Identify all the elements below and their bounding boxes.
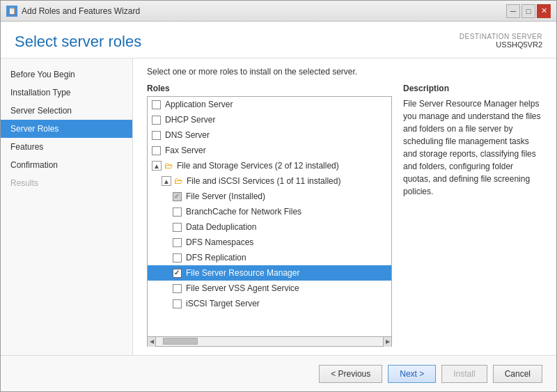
roles-panel: Roles Application Server DHCP Server: [147, 84, 392, 347]
role-label-dfs-replication: DFS Replication: [186, 253, 246, 262]
next-button[interactable]: Next >: [388, 365, 436, 383]
page-title: Select server roles: [15, 33, 141, 51]
folder-icon-file-iscsi: 🗁: [173, 175, 184, 187]
checkbox-fsrm[interactable]: ✓: [173, 269, 182, 278]
role-item-data-dedup[interactable]: Data Deduplication: [148, 219, 391, 235]
role-label-file-storage: File and Storage Services (2 of 12 insta…: [177, 161, 339, 171]
main-layout: Before You Begin Installation Type Serve…: [1, 58, 556, 355]
checkbox-dfs-namespaces[interactable]: [173, 238, 182, 247]
role-label-file-iscsi: File and iSCSI Services (1 of 11 install…: [187, 176, 340, 186]
title-bar: 📋 Add Roles and Features Wizard ─ □ ✕: [1, 1, 556, 22]
checkbox-data-dedup[interactable]: [173, 223, 182, 232]
checkbox-file-server[interactable]: [173, 192, 182, 201]
previous-button[interactable]: < Previous: [319, 365, 382, 383]
scroll-right-button[interactable]: ▶: [383, 337, 391, 347]
role-item-fax-server[interactable]: Fax Server: [148, 143, 391, 158]
role-label-fsvss: File Server VSS Agent Service: [186, 283, 299, 293]
role-item-fsrm[interactable]: ✓ File Server Resource Manager: [148, 265, 391, 281]
maximize-button[interactable]: □: [521, 4, 535, 18]
sidebar: Before You Begin Installation Type Serve…: [1, 58, 133, 355]
minimize-button[interactable]: ─: [506, 4, 520, 18]
destination-label: DESTINATION SERVER: [460, 33, 542, 40]
role-item-fsvss[interactable]: File Server VSS Agent Service: [148, 281, 391, 296]
main-window: 📋 Add Roles and Features Wizard ─ □ ✕ Se…: [0, 0, 557, 392]
roles-label: Roles: [147, 84, 392, 93]
destination-server: DESTINATION SERVER USSHQ5VR2: [460, 33, 542, 49]
title-bar-left: 📋 Add Roles and Features Wizard: [6, 6, 140, 17]
sidebar-item-confirmation[interactable]: Confirmation: [1, 156, 132, 174]
destination-name: USSHQ5VR2: [460, 40, 542, 49]
horizontal-scrollbar[interactable]: ◀ ▶: [147, 337, 392, 347]
sidebar-item-before-you-begin[interactable]: Before You Begin: [1, 65, 132, 84]
role-item-branchcache[interactable]: BranchCache for Network Files: [148, 204, 391, 219]
role-label-data-dedup: Data Deduplication: [186, 222, 256, 232]
role-label-app-server: Application Server: [165, 100, 233, 109]
role-label-file-server: File Server (Installed): [186, 191, 265, 201]
role-label-fsrm: File Server Resource Manager: [186, 268, 299, 278]
role-label-fax-server: Fax Server: [165, 146, 206, 155]
install-button[interactable]: Install: [441, 365, 487, 383]
scroll-left-button[interactable]: ◀: [148, 337, 156, 347]
role-label-dns-server: DNS Server: [165, 130, 210, 140]
checkbox-fax-server[interactable]: [152, 146, 161, 155]
role-item-file-iscsi[interactable]: ▲ 🗁 File and iSCSI Services (1 of 11 ins…: [148, 173, 391, 189]
sidebar-item-features[interactable]: Features: [1, 138, 132, 156]
role-item-dfs-replication[interactable]: DFS Replication: [148, 250, 391, 265]
toggle-file-iscsi[interactable]: ▲: [162, 176, 171, 186]
cancel-button[interactable]: Cancel: [493, 365, 542, 383]
app-icon: 📋: [6, 6, 17, 17]
description-text: File Server Resource Manager helps you m…: [403, 97, 542, 198]
description-label: Description: [403, 84, 542, 93]
checkbox-dns-server[interactable]: [152, 131, 161, 140]
role-item-app-server[interactable]: Application Server: [148, 97, 391, 112]
instruction-text: Select one or more roles to install on t…: [147, 67, 542, 77]
role-item-dhcp-server[interactable]: DHCP Server: [148, 112, 391, 127]
checkbox-dhcp-server[interactable]: [152, 116, 161, 125]
scrollbar-thumb-horizontal[interactable]: [163, 338, 198, 345]
footer: < Previous Next > Install Cancel: [1, 355, 556, 391]
checkbox-app-server[interactable]: [152, 100, 161, 109]
checkbox-fsvss[interactable]: [173, 284, 182, 293]
sidebar-item-server-roles[interactable]: Server Roles: [1, 120, 132, 138]
roles-list[interactable]: Application Server DHCP Server DNS Serve…: [147, 96, 392, 337]
roles-layout: Roles Application Server DHCP Server: [147, 84, 542, 347]
main-content: Select one or more roles to install on t…: [133, 58, 556, 355]
page-header: Select server roles DESTINATION SERVER U…: [1, 22, 556, 58]
role-item-file-storage[interactable]: ▲ 🗁 File and Storage Services (2 of 12 i…: [148, 158, 391, 173]
folder-icon-file-storage: 🗁: [163, 160, 174, 171]
role-item-dfs-namespaces[interactable]: DFS Namespaces: [148, 235, 391, 250]
role-label-branchcache: BranchCache for Network Files: [186, 207, 301, 217]
role-item-file-server[interactable]: File Server (Installed): [148, 189, 391, 204]
sidebar-item-installation-type[interactable]: Installation Type: [1, 84, 132, 102]
checkbox-dfs-replication[interactable]: [173, 253, 182, 262]
toggle-file-storage[interactable]: ▲: [152, 161, 162, 171]
role-item-iscsi-target[interactable]: iSCSI Target Server: [148, 296, 391, 311]
description-panel: Description File Server Resource Manager…: [403, 84, 542, 347]
sidebar-item-results: Results: [1, 174, 132, 192]
window-title: Add Roles and Features Wizard: [22, 6, 140, 16]
close-button[interactable]: ✕: [537, 4, 551, 18]
title-bar-controls: ─ □ ✕: [506, 4, 551, 18]
role-item-dns-server[interactable]: DNS Server: [148, 127, 391, 143]
role-label-dfs-namespaces: DFS Namespaces: [186, 237, 253, 247]
checkbox-branchcache[interactable]: [173, 207, 182, 217]
role-label-dhcp-server: DHCP Server: [165, 115, 215, 125]
checkbox-iscsi-target[interactable]: [173, 299, 182, 308]
sidebar-item-server-selection[interactable]: Server Selection: [1, 102, 132, 120]
role-label-iscsi-target: iSCSI Target Server: [186, 299, 260, 308]
